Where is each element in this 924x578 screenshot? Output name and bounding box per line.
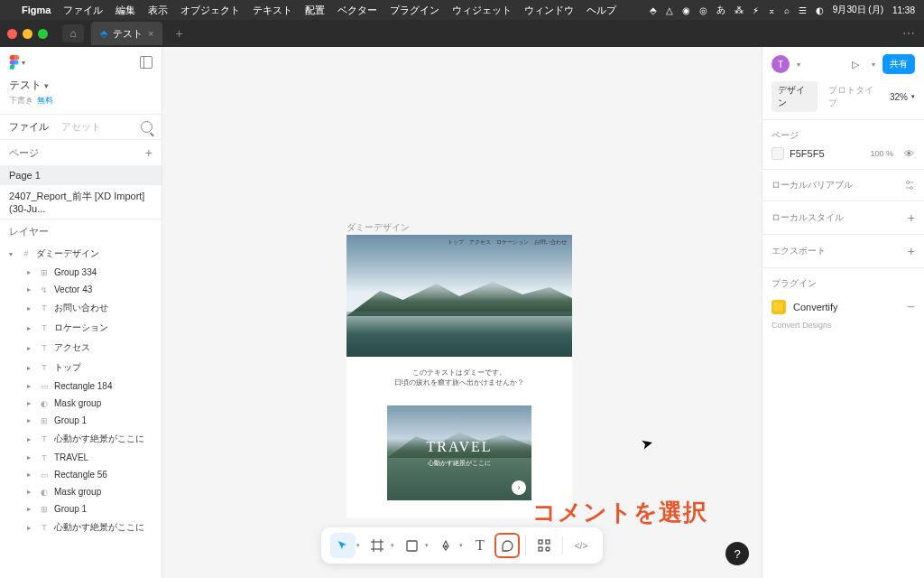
chevron-right-icon[interactable]: ▸ bbox=[27, 285, 34, 294]
chevron-right-icon[interactable]: ▸ bbox=[27, 399, 34, 407]
chevron-right-icon[interactable]: ▸ bbox=[27, 364, 34, 372]
chevron-right-icon[interactable]: ▸ bbox=[27, 524, 34, 532]
tool-pen[interactable] bbox=[433, 533, 458, 558]
chevron-right-icon[interactable]: ▸ bbox=[27, 435, 34, 443]
status-circle-icon[interactable]: ◎ bbox=[699, 5, 707, 15]
status-siri-icon[interactable]: ◐ bbox=[816, 5, 824, 15]
chevron-down-icon[interactable]: ▾ bbox=[425, 542, 429, 549]
page-item[interactable]: 2407_Report_前半 [XD Import] (30-Ju... bbox=[0, 185, 162, 219]
layer-item[interactable]: ▸▭Rectangle 56 bbox=[0, 466, 162, 483]
status-wifi-icon[interactable]: ⌅ bbox=[768, 5, 775, 15]
chevron-right-icon[interactable]: ▸ bbox=[27, 324, 34, 332]
chevron-down-icon[interactable]: ▾ bbox=[391, 542, 394, 549]
menu-vector[interactable]: ベクター bbox=[337, 4, 377, 17]
layer-item[interactable]: ▸◐Mask group bbox=[0, 483, 162, 500]
frame-label[interactable]: ダミーデザイン bbox=[346, 221, 410, 234]
menu-window[interactable]: ウィンドウ bbox=[524, 4, 574, 17]
status-battery-icon[interactable]: ⚡︎ bbox=[753, 5, 759, 15]
page-item[interactable]: Page 1 bbox=[0, 165, 162, 185]
layer-item[interactable]: ▸T心動かす絶景がここに bbox=[0, 517, 162, 537]
present-icon[interactable]: ▷ bbox=[846, 55, 864, 73]
layer-item[interactable]: ▸Tアクセス bbox=[0, 338, 162, 358]
menu-text[interactable]: テキスト bbox=[253, 4, 292, 17]
menu-widget[interactable]: ウィジェット bbox=[452, 4, 512, 17]
menu-app[interactable]: Figma bbox=[22, 5, 51, 15]
chevron-down-icon[interactable]: ▾ bbox=[356, 542, 360, 549]
plugin-item[interactable]: 🟨 Convertify − bbox=[772, 295, 915, 319]
plan-badge[interactable]: 無料 bbox=[37, 96, 53, 105]
canvas[interactable]: ダミーデザイン トップアクセスロケーションお問い合わせ このテキストはダミーです… bbox=[162, 47, 762, 578]
menu-object[interactable]: オブジェクト bbox=[180, 4, 240, 17]
chevron-down-icon[interactable]: ▾ bbox=[9, 250, 16, 258]
tab-asset[interactable]: アセット bbox=[61, 120, 101, 134]
remove-plugin-icon[interactable]: − bbox=[907, 299, 915, 315]
help-button[interactable]: ? bbox=[725, 542, 749, 565]
minimize-window-icon[interactable] bbox=[23, 29, 32, 39]
chevron-right-icon[interactable]: ▸ bbox=[27, 488, 34, 496]
layer-item[interactable]: ▸↯Vector 43 bbox=[0, 281, 162, 298]
chevron-right-icon[interactable]: ▸ bbox=[27, 304, 34, 312]
home-tab[interactable]: ⌂ bbox=[62, 24, 84, 42]
tool-shape[interactable] bbox=[399, 533, 424, 558]
layer-item[interactable]: ▸T心動かす絶景がここに bbox=[0, 429, 162, 449]
chevron-down-icon[interactable]: ▾ bbox=[797, 61, 800, 69]
layer-item[interactable]: ▸▭Rectangle 184 bbox=[0, 378, 162, 395]
tool-actions[interactable] bbox=[531, 533, 557, 558]
tabbar-overflow-icon[interactable]: ⋯ bbox=[902, 26, 917, 41]
chevron-right-icon[interactable]: ▸ bbox=[27, 453, 34, 461]
status-bluetooth-icon[interactable]: ⁂ bbox=[735, 5, 744, 15]
layer-item[interactable]: ▸Tお問い合わせ bbox=[0, 298, 162, 318]
panel-toggle-icon[interactable] bbox=[140, 56, 152, 69]
visibility-icon[interactable]: 👁 bbox=[904, 148, 915, 159]
maximize-window-icon[interactable] bbox=[38, 29, 48, 39]
pages-header[interactable]: ページ + bbox=[0, 139, 162, 165]
settings-icon[interactable] bbox=[904, 180, 915, 191]
local-variables[interactable]: ローカルバリアブル bbox=[772, 179, 915, 191]
layer-item[interactable]: ▸TTRAVEL bbox=[0, 449, 162, 466]
tab-file[interactable]: ファイル bbox=[9, 120, 49, 134]
tool-move[interactable] bbox=[330, 533, 356, 558]
color-swatch[interactable] bbox=[772, 147, 784, 160]
status-search-icon[interactable]: ⌕ bbox=[784, 5, 790, 15]
status-cloud-icon[interactable]: △ bbox=[666, 5, 673, 15]
new-tab-button[interactable]: + bbox=[175, 26, 182, 41]
menu-view[interactable]: 表示 bbox=[148, 4, 168, 17]
export-section[interactable]: エクスポート+ bbox=[772, 244, 915, 258]
search-icon[interactable] bbox=[141, 121, 152, 133]
tool-frame[interactable] bbox=[365, 533, 390, 558]
add-icon[interactable]: + bbox=[908, 210, 915, 225]
tool-text[interactable]: T bbox=[467, 533, 493, 558]
menu-edit[interactable]: 編集 bbox=[116, 4, 135, 17]
status-cc-icon[interactable]: ☰ bbox=[799, 5, 807, 15]
chevron-right-icon[interactable]: ▸ bbox=[27, 344, 34, 352]
layer-item[interactable]: ▸Tトップ bbox=[0, 358, 162, 378]
zoom-control[interactable]: 32%▾ bbox=[890, 92, 915, 102]
chevron-right-icon[interactable]: ▸ bbox=[27, 416, 34, 424]
add-icon[interactable]: + bbox=[908, 244, 915, 258]
design-frame[interactable]: トップアクセスロケーションお問い合わせ このテキストはダミーです。 日頃の疲れを… bbox=[346, 235, 572, 518]
traffic-lights[interactable] bbox=[7, 29, 48, 39]
menu-arrange[interactable]: 配置 bbox=[305, 4, 325, 17]
chevron-down-icon[interactable]: ▾ bbox=[459, 542, 463, 549]
status-chat-icon[interactable]: ◉ bbox=[682, 5, 690, 15]
chevron-right-icon[interactable]: ▸ bbox=[27, 505, 34, 513]
status-figma-icon[interactable]: ⬘ bbox=[650, 5, 657, 15]
tool-devmode[interactable]: </> bbox=[568, 533, 594, 558]
add-page-icon[interactable]: + bbox=[145, 145, 152, 160]
tab-prototype[interactable]: プロトタイプ bbox=[828, 84, 879, 109]
status-time[interactable]: 11:38 bbox=[892, 5, 915, 15]
chevron-right-icon[interactable]: ▸ bbox=[27, 471, 34, 479]
menu-plugin[interactable]: プラグイン bbox=[390, 4, 439, 17]
local-styles[interactable]: ローカルスタイル+ bbox=[772, 210, 915, 225]
background-color[interactable]: F5F5F5 100 % 👁 bbox=[772, 147, 915, 160]
layer-frame[interactable]: ▾ # ダミーデザイン bbox=[0, 244, 162, 264]
layer-item[interactable]: ▸Tロケーション bbox=[0, 318, 162, 338]
chevron-right-icon[interactable]: ▸ bbox=[27, 268, 34, 276]
tab-design[interactable]: デザイン bbox=[772, 81, 818, 112]
layer-item[interactable]: ▸⊞Group 1 bbox=[0, 412, 162, 429]
file-title[interactable]: テスト▾ bbox=[0, 78, 162, 95]
status-jp-icon[interactable]: あ bbox=[716, 4, 725, 16]
layer-item[interactable]: ▸⊞Group 334 bbox=[0, 264, 162, 281]
figma-menu-icon[interactable]: ▾ bbox=[9, 54, 25, 70]
layer-item[interactable]: ▸⊞Group 1 bbox=[0, 500, 162, 517]
